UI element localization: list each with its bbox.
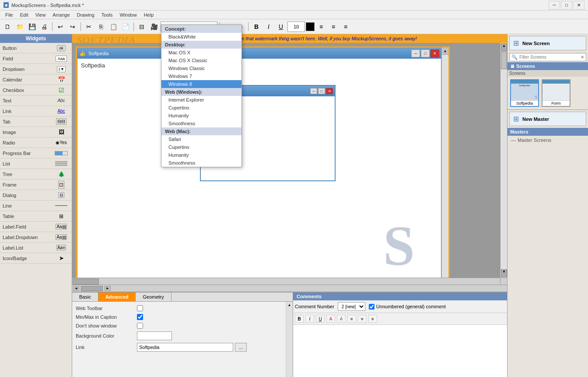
fmt-color1[interactable]: A — [326, 315, 335, 323]
bg-color-picker[interactable] — [137, 331, 172, 340]
menu-arrange[interactable]: Arrange — [49, 11, 73, 18]
toolbar-open[interactable]: 📁 — [14, 21, 25, 32]
color-selector[interactable] — [306, 22, 315, 31]
fmt-italic[interactable]: I — [305, 315, 314, 323]
widget-label-field[interactable]: Label.Field Aa▤ — [0, 222, 72, 232]
item-mac-osx[interactable]: Mac OS X — [161, 49, 242, 56]
unnumbered-checkbox[interactable] — [369, 304, 374, 310]
widget-text[interactable]: Text Abc — [0, 95, 72, 106]
item-smoothness-mac[interactable]: Smoothness — [161, 159, 242, 167]
menu-file[interactable]: File — [2, 11, 17, 18]
widget-dialog[interactable]: Dialog ⊟ — [0, 190, 72, 201]
item-mac-osx-classic[interactable]: Mac OS X Classic — [161, 56, 242, 64]
clear-filter-icon[interactable]: ✕ — [581, 55, 584, 60]
win-close[interactable]: ✕ — [430, 49, 439, 57]
item-humanity-win[interactable]: Humanity — [161, 112, 242, 120]
tab-basic[interactable]: Basic — [72, 292, 98, 301]
widget-field[interactable]: Field Aaa — [0, 53, 72, 64]
item-cupertino-win[interactable]: Cupertino — [161, 104, 242, 112]
comment-textarea[interactable] — [293, 325, 507, 377]
canvas-area[interactable]: ▲ ▼ 👍 Sof — [72, 43, 507, 285]
new-screen-button[interactable]: ⊞ New Screen — [509, 36, 586, 50]
unnumbered-label[interactable]: Unnumbered (general) comment — [369, 304, 446, 310]
toolbar-format3[interactable]: ≡ — [340, 21, 351, 32]
menu-help[interactable]: Help — [140, 11, 158, 18]
widget-radio[interactable]: Radio ◉Yes — [0, 137, 72, 148]
menu-drawing[interactable]: Drawing — [74, 11, 98, 18]
widget-dropdown[interactable]: Dropdown 1▼ — [0, 64, 72, 74]
canvas-vscroll[interactable]: ▲ — [441, 48, 448, 285]
widget-progress-bar[interactable]: Progress Bar — [0, 148, 72, 159]
widget-checkbox[interactable]: Checkbox ☑ — [0, 85, 72, 95]
web-toolbar-checkbox[interactable] — [137, 305, 143, 311]
widget-list[interactable]: List — [0, 159, 72, 169]
toolbar-print[interactable]: 🖨 — [38, 21, 50, 32]
toolbar-cut[interactable]: ✂ — [83, 21, 94, 32]
tab-advanced[interactable]: Advanced — [98, 292, 136, 301]
item-smoothness-win[interactable]: Smoothness — [161, 120, 242, 127]
inner-win-close[interactable]: ✕ — [326, 88, 333, 94]
inner-win-min[interactable]: ─ — [310, 88, 317, 94]
screen-thumb-form[interactable]: Form — [542, 79, 570, 107]
fmt-align-center[interactable]: ≡ — [358, 315, 367, 323]
widget-tree[interactable]: Tree 🌲 — [0, 169, 72, 180]
hscroll-thumb[interactable] — [81, 286, 103, 291]
maximize-button[interactable]: □ — [561, 1, 572, 10]
item-safari[interactable]: Safari — [161, 135, 242, 143]
toolbar-action1[interactable]: ⊟ — [136, 21, 147, 32]
fmt-color2[interactable]: A — [337, 315, 346, 323]
props-scroll-up[interactable]: ▲ — [286, 302, 293, 309]
screen-thumb-softpedia[interactable]: Softpedia S Softpedia — [510, 79, 539, 107]
theme-dropdown-menu[interactable]: Concept: Black&White Desktop: Mac OS X M… — [161, 25, 242, 167]
menu-view[interactable]: View — [32, 11, 49, 18]
toolbar-new[interactable]: 🗋 — [2, 21, 13, 32]
menu-edit[interactable]: Edit — [17, 11, 32, 18]
toolbar-italic[interactable]: I — [263, 21, 274, 32]
item-windows-classic[interactable]: Windows Classic — [161, 64, 242, 72]
fmt-align-left[interactable]: ≡ — [347, 315, 356, 323]
item-windows-8[interactable]: Windows 8 — [161, 80, 242, 88]
win-minimize[interactable]: ─ — [411, 49, 420, 57]
scroll-thumb-v[interactable] — [501, 52, 507, 69]
fmt-align-right[interactable]: ≡ — [368, 315, 377, 323]
widget-calendar[interactable]: Calendar 📅 — [0, 74, 72, 85]
toolbar-redo[interactable]: ↪ — [67, 21, 78, 32]
toolbar-copy[interactable]: ⎘ — [95, 21, 107, 32]
widget-table[interactable]: Table ⊞ — [0, 211, 72, 222]
scroll-up-btn[interactable]: ▲ — [501, 43, 507, 51]
widget-tab[interactable]: Tab ⊟⊟ — [0, 116, 72, 127]
item-ie[interactable]: Internet Explorer — [161, 96, 242, 104]
dont-show-checkbox[interactable] — [137, 323, 143, 329]
comment-number-select[interactable]: 2 [new] — [338, 302, 365, 311]
menu-window[interactable]: Window — [116, 11, 140, 18]
hscroll-left-btn[interactable]: ◄ — [73, 286, 79, 291]
link-input[interactable] — [137, 343, 233, 352]
widget-image[interactable]: Image 🖼 — [0, 127, 72, 137]
widget-button[interactable]: Button ok — [0, 43, 72, 53]
min-max-checkbox[interactable] — [137, 314, 143, 320]
toolbar-bold[interactable]: B — [251, 21, 262, 32]
minimize-button[interactable]: ─ — [549, 1, 560, 10]
new-master-button[interactable]: ⊞ New Master — [509, 112, 586, 126]
scroll-down-btn[interactable]: ▼ — [501, 269, 507, 277]
close-button[interactable]: ✕ — [573, 1, 584, 10]
toolbar-undo[interactable]: ↩ — [55, 21, 66, 32]
widget-icon-badge[interactable]: Icon/Badge ➤ — [0, 253, 72, 264]
fmt-underline[interactable]: U — [316, 315, 325, 323]
props-scroll[interactable]: ▲ — [286, 302, 293, 377]
toolbar-format1[interactable]: ≡ — [315, 21, 327, 32]
item-cupertino-mac[interactable]: Cupertino — [161, 143, 242, 151]
link-browse-button[interactable]: ... — [235, 343, 247, 352]
outer-hscroll[interactable] — [72, 278, 500, 285]
item-humanity-mac[interactable]: Humanity — [161, 151, 242, 159]
win-maximize[interactable]: □ — [421, 49, 430, 57]
font-size-box[interactable]: 10 — [287, 21, 305, 32]
inner-win-max[interactable]: □ — [318, 88, 325, 94]
tab-geometry[interactable]: Geometry — [136, 292, 171, 301]
outer-hscroll-thumb[interactable] — [73, 278, 99, 285]
toolbar-paste[interactable]: 📋 — [108, 21, 119, 32]
item-black-white[interactable]: Black&White — [161, 33, 242, 41]
bottom-hscroll[interactable]: ◄ ► — [72, 285, 507, 292]
hscroll-right-btn[interactable]: ► — [105, 286, 111, 291]
menu-tools[interactable]: Tools — [98, 11, 116, 18]
